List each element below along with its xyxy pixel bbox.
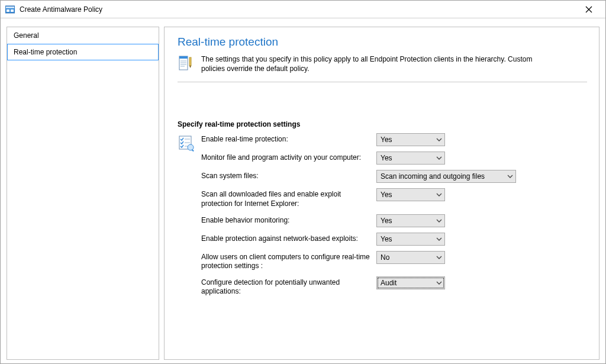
svg-rect-1 [6,7,14,8]
setting-label: Enable behavior monitoring: [201,214,376,226]
page-title: Real-time protection [178,36,587,49]
pua-detection-combo[interactable]: Audit [376,276,445,289]
description-row: The settings that you specify in this po… [178,54,587,73]
chevron-down-icon [436,219,442,223]
setting-label: Enable real-time protection: [201,133,376,144]
combo-value: No [381,253,389,262]
svg-rect-12 [189,57,191,66]
setting-row: Allow users on client computers to confi… [201,251,587,271]
chevron-down-icon [436,138,442,141]
setting-label: Configure detection for potentially unwa… [201,276,376,297]
enable-realtime-protection-combo[interactable]: Yes [376,133,445,146]
scan-downloaded-files-combo[interactable]: Yes [376,188,445,201]
setting-label: Monitor file and program activity on you… [201,152,376,163]
combo-value: Audit [381,279,397,287]
setting-label: Scan all downloaded files and enable exp… [201,188,376,208]
setting-row: Enable protection against network-based … [201,233,587,246]
checklist-icon [178,134,195,152]
main-panel: Real-time protection The settings that y [164,27,599,360]
network-exploit-protection-combo[interactable]: Yes [376,233,445,246]
allow-user-configure-combo[interactable]: No [376,251,445,264]
svg-rect-2 [7,9,9,12]
description-text: The settings that you specify in this po… [201,54,556,73]
chevron-down-icon [507,175,513,178]
window-title: Create Antimalware Policy [20,5,102,14]
chevron-down-icon [436,193,442,197]
enable-behavior-monitoring-combo[interactable]: Yes [376,214,445,227]
setting-row: Enable real-time protection: Yes [201,133,587,146]
combo-value: Yes [381,235,392,243]
chevron-down-icon [436,237,442,241]
setting-label: Allow users on client computers to confi… [201,251,376,271]
sidebar: General Real-time protection [7,27,159,360]
svg-marker-13 [189,66,191,68]
combo-value: Yes [381,191,392,199]
setting-row: Scan system files: Scan incoming and out… [201,170,587,183]
sidebar-item-label: Real-time protection [14,48,77,56]
dialog-window: Create Antimalware Policy General Real-t… [0,0,606,364]
combo-value: Scan incoming and outgoing files [381,172,485,181]
chevron-down-icon [436,281,442,285]
document-icon [178,54,195,72]
dialog-body: General Real-time protection Real-time p… [1,18,605,363]
setting-row: Monitor file and program activity on you… [201,152,587,165]
title-bar: Create Antimalware Policy [1,1,605,18]
close-icon [585,6,592,13]
settings-table: Enable real-time protection: Yes Monitor [201,133,587,302]
section-heading: Specify real-time protection settings [178,120,587,128]
combo-value: Yes [381,136,392,144]
setting-label: Scan system files: [201,170,376,181]
scan-system-files-combo[interactable]: Scan incoming and outgoing files [376,170,516,183]
setting-row: Enable behavior monitoring: Yes [201,214,587,227]
sidebar-item-label: General [14,31,39,40]
svg-rect-3 [11,9,14,12]
monitor-file-activity-combo[interactable]: Yes [376,152,445,165]
divider [178,82,587,82]
combo-value: Yes [381,217,392,225]
svg-rect-7 [179,56,188,59]
setting-row: Scan all downloaded files and enable exp… [201,188,587,208]
setting-row: Configure detection for potentially unwa… [201,276,587,297]
sidebar-item-real-time-protection[interactable]: Real-time protection [7,44,159,60]
setting-label: Enable protection against network-based … [201,233,376,244]
chevron-down-icon [436,156,442,160]
close-button[interactable] [576,1,602,18]
app-icon [5,5,15,14]
chevron-down-icon [436,256,442,259]
settings-block: Enable real-time protection: Yes Monitor [178,133,587,302]
sidebar-item-general[interactable]: General [7,27,159,44]
combo-value: Yes [381,154,392,162]
